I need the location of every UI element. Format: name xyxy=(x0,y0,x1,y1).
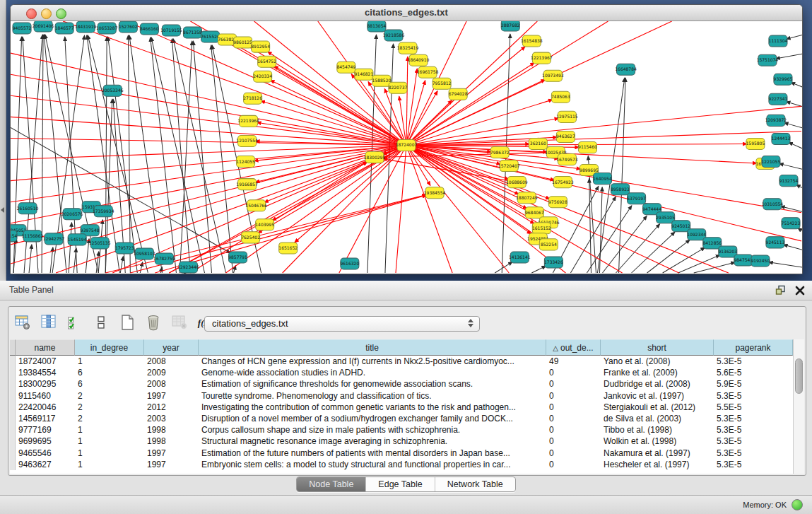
cell-out_degree[interactable]: 0 xyxy=(546,413,601,424)
cell-year[interactable]: 2008 xyxy=(144,378,199,390)
graph-node[interactable]: 15720407 xyxy=(498,160,520,172)
cell-name[interactable]: 9465546 xyxy=(16,448,75,459)
graph-node[interactable]: 1111304 xyxy=(769,35,788,47)
graph-node[interactable]: 12942757 xyxy=(43,233,65,245)
cell-short[interactable]: Hescheler et al. (1997) xyxy=(601,459,714,470)
cell-in_degree[interactable]: 2 xyxy=(75,402,144,413)
graph-node[interactable]: 10958107 xyxy=(134,248,155,259)
cell-out_degree[interactable]: 49 xyxy=(546,356,601,367)
delete-rows-icon[interactable] xyxy=(143,313,163,332)
edge-selected[interactable] xyxy=(406,131,801,145)
graph-node[interactable]: 9860125 xyxy=(233,37,252,48)
network-graph[interactable]: 9405572206914061846577184319191065328715… xyxy=(11,21,802,274)
graph-node[interactable]: 1651652 xyxy=(278,243,298,254)
graph-node[interactable]: 1846577 xyxy=(55,23,74,34)
graph-node[interactable]: 9684067 xyxy=(525,207,544,218)
graph-node[interactable]: 12923446 xyxy=(177,262,199,273)
graph-node[interactable]: 7514223 xyxy=(782,218,801,229)
cell-short[interactable]: Yano et al. (2008) xyxy=(601,356,714,367)
graph-node[interactable]: 16154838 xyxy=(521,35,543,47)
cell-out_degree[interactable]: 0 xyxy=(546,367,601,378)
graph-node[interactable]: 16961758 xyxy=(417,66,439,78)
cell-out_degree[interactable]: 0 xyxy=(546,424,601,436)
edge-selected[interactable] xyxy=(396,145,406,273)
cell-pagerank[interactable]: 5.6E-5 xyxy=(714,367,793,378)
cell-title[interactable]: Estimation of significance thresholds fo… xyxy=(199,378,546,390)
graph-node[interactable]: 10653287 xyxy=(96,23,118,34)
graph-node[interactable]: 20053346 xyxy=(102,85,124,96)
scrollbar-thumb[interactable] xyxy=(795,358,803,394)
cell-name[interactable]: 22420046 xyxy=(16,402,75,413)
edge[interactable] xyxy=(787,34,802,39)
graph-node[interactable]: 2887682 xyxy=(501,21,520,31)
float-panel-icon[interactable] xyxy=(775,285,786,296)
tab-node-table[interactable]: Node Table xyxy=(297,477,365,491)
cell-short[interactable]: Wolkin et al. (1998) xyxy=(601,436,714,447)
graph-node[interactable]: 2718126 xyxy=(243,93,262,104)
cell-in_degree[interactable]: 1 xyxy=(75,424,144,436)
graph-node[interactable]: 1795723 xyxy=(115,243,134,254)
edge[interactable] xyxy=(193,41,211,273)
column-header-short[interactable]: short xyxy=(601,339,714,356)
graph-node[interactable]: 9192450 xyxy=(751,255,770,267)
graph-node[interactable]: 7625402 xyxy=(241,232,260,243)
cell-year[interactable]: 1998 xyxy=(144,424,199,436)
cell-pagerank[interactable]: 5.3E-5 xyxy=(714,459,793,470)
cell-pagerank[interactable]: 5.9E-5 xyxy=(714,378,793,390)
graph-node[interactable]: 19384554 xyxy=(424,187,446,199)
graph-node[interactable]: 12213967 xyxy=(531,52,553,64)
graph-node[interactable]: 19218586 xyxy=(383,30,405,41)
column-header-title[interactable]: title xyxy=(199,339,546,356)
memory-ok-led-icon[interactable] xyxy=(792,499,803,510)
column-header-name[interactable]: name xyxy=(16,339,75,356)
cell-out_degree[interactable]: 0 xyxy=(546,448,601,459)
graph-node[interactable]: 852254 xyxy=(539,239,558,250)
graph-node[interactable]: 9115460 xyxy=(578,141,597,153)
cell-title[interactable]: Structural magnetic resonance image aver… xyxy=(199,436,546,447)
graph-node[interactable]: 9132754 xyxy=(779,175,799,187)
edge-selected[interactable] xyxy=(406,145,452,273)
graph-node[interactable]: 1640954 xyxy=(593,173,612,185)
edge[interactable] xyxy=(784,245,802,251)
network-window-titlebar[interactable]: citations_edges.txt xyxy=(11,5,802,21)
table-vertical-scrollbar[interactable] xyxy=(793,339,804,474)
cell-short[interactable]: de Silva et al. (2003) xyxy=(601,413,714,424)
graph-node[interactable]: 8813054 xyxy=(367,21,387,32)
graph-node[interactable]: 18325419 xyxy=(397,42,419,54)
edge-selected[interactable] xyxy=(169,161,367,273)
edge[interactable] xyxy=(73,248,76,273)
cell-name[interactable]: 9777169 xyxy=(16,424,75,436)
unmerge-icon[interactable] xyxy=(91,313,111,332)
column-visibility-icon[interactable] xyxy=(39,313,59,332)
graph-node[interactable]: 20691406 xyxy=(33,21,54,32)
cell-title[interactable]: Embryonic stem cells: a model to study s… xyxy=(199,459,546,470)
edge[interactable] xyxy=(632,232,675,273)
graph-node[interactable]: 14136141 xyxy=(509,252,531,263)
cell-out_degree[interactable]: 0 xyxy=(546,459,601,470)
cell-in_degree[interactable]: 2 xyxy=(75,413,144,424)
edge[interactable] xyxy=(151,37,204,273)
graph-node[interactable]: 9463627 xyxy=(556,131,575,142)
graph-node[interactable]: 1595805 xyxy=(746,138,765,149)
cell-title[interactable]: Estimation of the future numbers of pati… xyxy=(199,448,546,459)
graph-node[interactable]: 9329965 xyxy=(774,74,793,85)
delete-table-icon[interactable] xyxy=(170,313,189,332)
graph-node[interactable]: 1221055 xyxy=(762,156,781,168)
edge[interactable] xyxy=(779,163,802,170)
cell-name[interactable]: 9115460 xyxy=(16,390,75,402)
cell-name[interactable]: 14569117 xyxy=(16,413,75,424)
edge-selected[interactable] xyxy=(11,145,406,201)
network-canvas[interactable]: 9405572206914061846577184319191065328715… xyxy=(11,21,802,274)
graph-node[interactable]: 20206576 xyxy=(61,209,83,220)
graph-node[interactable]: 9146821 xyxy=(355,69,374,80)
graph-node[interactable]: 9857791 xyxy=(228,252,247,263)
network-table-selector[interactable]: citations_edges.txt xyxy=(204,316,480,332)
table-mode-icon[interactable] xyxy=(13,313,33,332)
cell-short[interactable]: Jankovic et al. (1997) xyxy=(601,390,714,402)
edge[interactable] xyxy=(791,83,802,89)
edge[interactable] xyxy=(769,262,802,268)
column-header-out_degree[interactable]: △out_de... xyxy=(546,339,601,356)
new-table-icon[interactable] xyxy=(117,313,137,332)
graph-node[interactable]: 12093872 xyxy=(765,115,787,126)
graph-node[interactable]: 18431919 xyxy=(75,21,97,33)
